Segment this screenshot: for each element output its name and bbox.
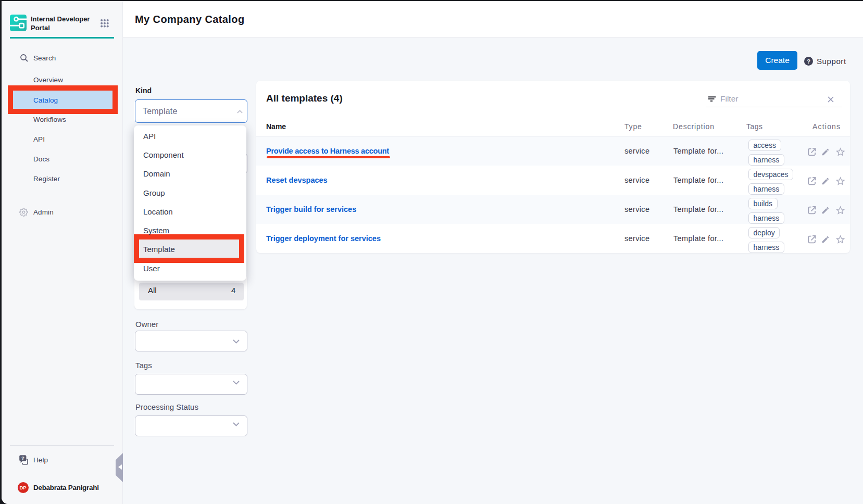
- svg-text:?: ?: [21, 455, 24, 461]
